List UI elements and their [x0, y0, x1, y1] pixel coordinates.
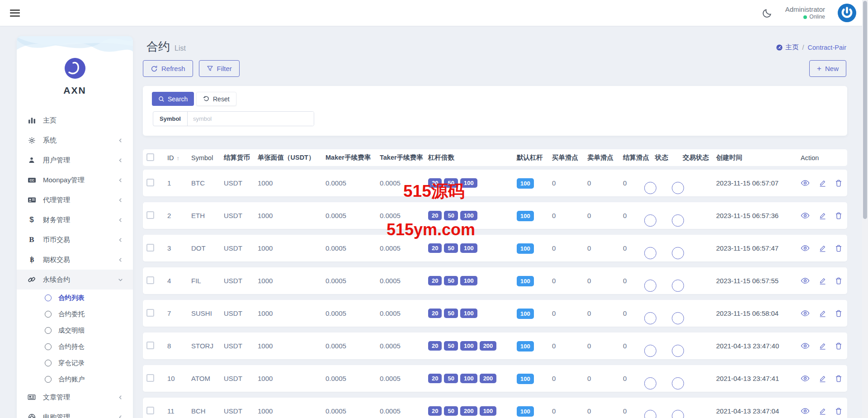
edit-button[interactable] — [819, 180, 826, 187]
svg-text:CC: CC — [29, 179, 34, 182]
leverage-badge: 100 — [480, 406, 497, 416]
row-checkbox[interactable] — [146, 342, 154, 349]
dark-mode-icon[interactable] — [762, 8, 773, 19]
breadcrumb-current[interactable]: Contract-Pair — [808, 44, 846, 51]
sidebar-item-5[interactable]: 代理管理 — [17, 190, 133, 210]
sidebar-subitem-1[interactable]: 合约列表 — [17, 290, 133, 306]
scrollbar-track[interactable] — [862, 0, 868, 418]
table-row: 10ATOMUSDT10000.00050.000520501002001000… — [143, 365, 847, 392]
cell-id: 10 — [167, 375, 191, 382]
cell-created-at: 2021-04-13 23:47:04 — [716, 407, 796, 415]
delete-button[interactable] — [835, 212, 842, 219]
sidebar-subitem-3[interactable]: 成交明细 — [17, 322, 133, 338]
chevron-left-icon — [118, 198, 123, 203]
sidebar-item-2[interactable]: 系统 — [17, 130, 133, 150]
edit-button[interactable] — [819, 375, 826, 382]
row-checkbox[interactable] — [146, 211, 154, 219]
row-checkbox[interactable] — [146, 179, 154, 186]
symbol-input[interactable] — [188, 112, 314, 126]
user-avatar[interactable] — [838, 4, 856, 22]
header-symbol: Symbol — [191, 154, 224, 162]
delete-button[interactable] — [835, 310, 842, 317]
delete-button[interactable] — [835, 342, 842, 350]
view-button[interactable] — [801, 310, 810, 317]
newspaper-icon — [27, 394, 37, 401]
row-checkbox[interactable] — [146, 276, 154, 284]
view-button[interactable] — [801, 277, 810, 284]
sidebar-item-7[interactable]: B币币交易 — [17, 230, 133, 250]
user-menu[interactable]: Administrator Online — [785, 5, 825, 21]
cell-sell-slippage: 0 — [587, 179, 623, 187]
sidebar-item-6[interactable]: $财务管理 — [17, 210, 133, 230]
row-checkbox[interactable] — [146, 374, 154, 382]
breadcrumb-home-link[interactable]: 主页 — [776, 43, 799, 52]
refresh-button[interactable]: Refresh — [143, 60, 193, 77]
header-created-at: 创建时间 — [716, 153, 796, 162]
cell-created-at: 2023-11-15 06:57:36 — [716, 212, 796, 219]
chevron-left-icon — [118, 158, 123, 163]
default-leverage-badge: 100 — [517, 309, 534, 319]
delete-button[interactable] — [835, 245, 842, 252]
search-button[interactable]: Search — [152, 92, 194, 106]
filter-button[interactable]: Filter — [199, 60, 240, 77]
sidebar-item-3[interactable]: 用户管理 — [17, 150, 133, 170]
header-buy-slippage: 买单滑点 — [552, 153, 587, 162]
delete-button[interactable] — [835, 277, 842, 285]
main-content: 合约List 主页 / Contract-Pair Refresh Filter… — [143, 36, 847, 418]
toolbar: Refresh Filter — [143, 60, 240, 77]
sidebar-item-8[interactable]: B期权交易 — [17, 250, 133, 270]
edit-button[interactable] — [819, 342, 826, 350]
sidebar-subitem-2[interactable]: 合约委托 — [17, 306, 133, 322]
sidebar-toggle-button[interactable] — [10, 10, 20, 17]
sidebar-item-1[interactable]: 主页 — [17, 110, 133, 130]
default-leverage-badge: 100 — [517, 406, 534, 417]
new-button[interactable]: + New — [809, 60, 846, 77]
cell-settle-currency: USDT — [224, 407, 258, 415]
sidebar-item-9[interactable]: 永续合约 — [17, 270, 133, 290]
cell-default-leverage: 100 — [517, 212, 552, 219]
delete-button[interactable] — [835, 180, 842, 187]
view-button[interactable] — [801, 408, 810, 414]
cell-created-at: 2023-11-15 06:57:47 — [716, 244, 796, 252]
leverage-badge: 200 — [480, 374, 497, 383]
edit-button[interactable] — [819, 408, 826, 415]
row-checkbox[interactable] — [146, 407, 154, 414]
leverage-badge: 100 — [460, 374, 477, 383]
cell-buy-slippage: 0 — [552, 244, 587, 252]
edit-button[interactable] — [819, 212, 826, 219]
edit-button[interactable] — [819, 310, 826, 317]
reset-button[interactable]: Reset — [196, 92, 236, 106]
row-checkbox[interactable] — [146, 309, 154, 317]
edit-button[interactable] — [819, 277, 826, 285]
chevron-left-icon — [118, 395, 123, 400]
scrollbar-thumb[interactable] — [863, 1, 867, 219]
id-card-icon — [27, 196, 37, 204]
sidebar-item-10[interactable]: 文章管理 — [17, 387, 133, 407]
leverage-badge: 200 — [460, 406, 477, 416]
sidebar-subitem-4[interactable]: 合约持仓 — [17, 338, 133, 355]
view-button[interactable] — [801, 180, 810, 186]
cell-settle-currency: USDT — [224, 212, 258, 219]
edit-button[interactable] — [819, 245, 826, 252]
delete-button[interactable] — [835, 375, 842, 382]
select-all-checkbox[interactable] — [146, 153, 154, 161]
header-id[interactable]: ID↑ — [167, 154, 191, 162]
sidebar-item-label: 申购管理 — [43, 413, 70, 418]
cell-sell-slippage: 0 — [587, 212, 623, 219]
view-button[interactable] — [801, 375, 810, 382]
sidebar-subitem-5[interactable]: 穿仓记录 — [17, 355, 133, 371]
sidebar-subitem-6[interactable]: 合约账户 — [17, 371, 133, 387]
row-checkbox[interactable] — [146, 244, 154, 252]
sort-asc-icon[interactable]: ↑ — [177, 155, 180, 162]
view-button[interactable] — [801, 212, 810, 219]
sidebar: AXN 主页系统用户管理CCMoonpay管理代理管理$财务管理B币币交易B期权… — [17, 36, 133, 418]
sidebar-item-4[interactable]: CCMoonpay管理 — [17, 170, 133, 190]
leverage-badge: 100 — [460, 243, 477, 253]
view-button[interactable] — [801, 245, 810, 252]
sidebar-item-11[interactable]: 申购管理 — [17, 407, 133, 418]
cell-buy-slippage: 0 — [552, 309, 587, 317]
leverage-badge: 50 — [444, 406, 458, 416]
view-button[interactable] — [801, 342, 810, 349]
delete-button[interactable] — [835, 408, 842, 415]
cell-id: 8 — [167, 342, 191, 350]
